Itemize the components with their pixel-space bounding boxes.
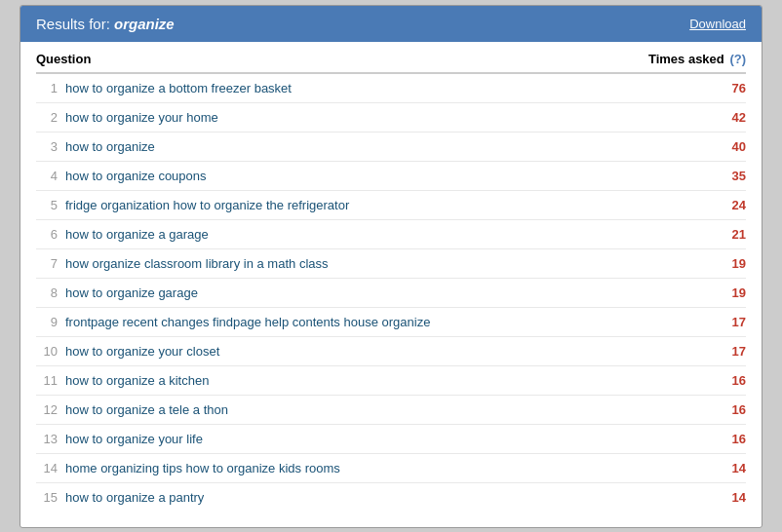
row-count: 21 [717,227,746,242]
table-row: 15 how to organize a pantry 14 [36,483,746,512]
row-number: 11 [36,373,58,388]
table-row: 8 how to organize garage 19 [36,279,746,308]
row-left: 15 how to organize a pantry [36,490,204,505]
row-number: 9 [36,315,58,329]
row-number: 3 [36,139,58,154]
row-question[interactable]: how to organize a pantry [65,490,204,505]
header-title: Results for: organize [36,16,175,32]
row-left: 13 how to organize your life [36,432,203,446]
row-count: 16 [717,373,746,388]
table-row: 12 how to organize a tele a thon 16 [36,396,746,425]
table-row: 13 how to organize your life 16 [36,425,746,454]
row-number: 13 [36,432,58,446]
row-left: 1 how to organize a bottom freezer baske… [36,81,292,95]
download-link[interactable]: Download [689,17,746,31]
row-question[interactable]: home organizing tips how to organize kid… [65,461,340,475]
row-question[interactable]: frontpage recent changes findpage help c… [65,315,430,329]
row-count: 19 [717,256,746,271]
table-row: 4 how to organize coupons 35 [36,162,746,191]
row-left: 9 frontpage recent changes findpage help… [36,315,430,329]
data-rows: 1 how to organize a bottom freezer baske… [36,74,746,512]
row-left: 6 how to organize a garage [36,227,209,242]
table-row: 14 home organizing tips how to organize … [36,454,746,483]
column-headers: Question Times asked (?) [36,42,746,74]
row-number: 12 [36,402,58,417]
row-question[interactable]: how to organize your home [65,110,218,125]
row-left: 14 home organizing tips how to organize … [36,461,340,475]
query-text: organize [114,16,175,32]
row-number: 2 [36,110,58,125]
row-count: 16 [717,432,746,446]
results-table: Question Times asked (?) 1 how to organi… [20,42,762,527]
row-left: 12 how to organize a tele a thon [36,402,228,417]
table-row: 6 how to organize a garage 21 [36,220,746,249]
results-container: Results for: organize Download Question … [20,5,762,528]
row-count: 17 [717,344,746,359]
row-number: 6 [36,227,58,242]
table-row: 2 how to organize your home 42 [36,103,746,133]
row-question[interactable]: how to organize a tele a thon [65,402,228,417]
row-question[interactable]: how to organize a kitchen [65,373,209,388]
row-left: 2 how to organize your home [36,110,218,125]
row-left: 10 how to organize your closet [36,344,219,359]
row-left: 11 how to organize a kitchen [36,373,209,388]
row-number: 1 [36,81,58,95]
table-row: 3 how to organize 40 [36,133,746,162]
row-number: 7 [36,256,58,271]
row-number: 10 [36,344,58,359]
row-count: 14 [717,490,746,505]
row-count: 16 [717,402,746,417]
row-question[interactable]: how to organize your life [65,432,203,446]
table-row: 1 how to organize a bottom freezer baske… [36,74,746,103]
row-number: 5 [36,198,58,212]
row-count: 14 [717,461,746,475]
row-question[interactable]: how to organize [65,139,155,154]
row-question[interactable]: how to organize garage [65,285,198,300]
row-question[interactable]: how to organize coupons [65,169,207,183]
row-count: 76 [717,81,746,95]
table-row: 11 how to organize a kitchen 16 [36,366,746,396]
row-question[interactable]: how to organize your closet [65,344,219,359]
table-row: 7 how organize classroom library in a ma… [36,249,746,279]
row-question[interactable]: fridge organization how to organize the … [65,198,349,212]
table-row: 10 how to organize your closet 17 [36,337,746,366]
row-question[interactable]: how organize classroom library in a math… [65,256,329,271]
row-left: 8 how to organize garage [36,285,198,300]
row-count: 40 [717,139,746,154]
row-left: 5 fridge organization how to organize th… [36,198,349,212]
row-count: 42 [717,110,746,125]
row-number: 14 [36,461,58,475]
help-icon[interactable]: (?) [729,52,746,66]
row-count: 19 [717,285,746,300]
row-question[interactable]: how to organize a garage [65,227,209,242]
row-left: 7 how organize classroom library in a ma… [36,256,329,271]
row-number: 15 [36,490,58,505]
row-question[interactable]: how to organize a bottom freezer basket [65,81,292,95]
table-row: 9 frontpage recent changes findpage help… [36,308,746,337]
results-header: Results for: organize Download [20,6,762,42]
row-left: 4 how to organize coupons [36,169,207,183]
row-number: 4 [36,169,58,183]
row-count: 17 [717,315,746,329]
row-count: 35 [717,169,746,183]
row-count: 24 [717,198,746,212]
table-row: 5 fridge organization how to organize th… [36,191,746,220]
row-number: 8 [36,285,58,300]
times-column-header: Times asked (?) [648,52,746,66]
row-left: 3 how to organize [36,139,155,154]
question-column-header: Question [36,52,91,66]
